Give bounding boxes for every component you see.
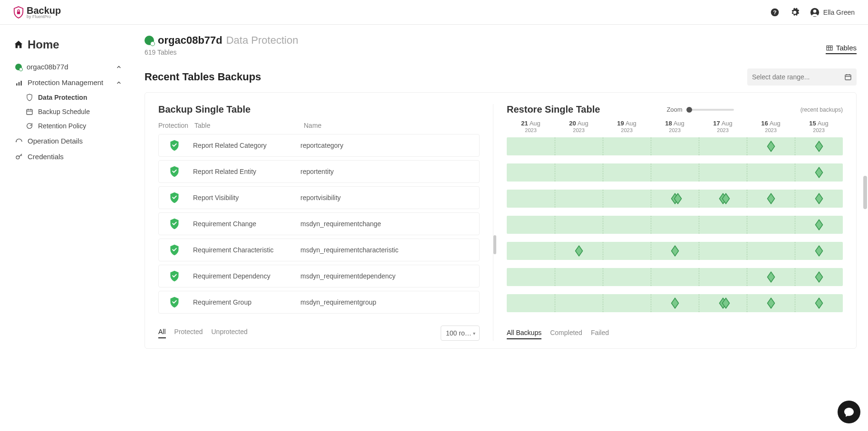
shield-lock-icon [13, 6, 24, 19]
calendar-icon [844, 73, 852, 81]
backup-marker-icon[interactable] [766, 192, 776, 205]
backup-marker-icon[interactable] [814, 166, 824, 179]
backup-marker-icon[interactable] [721, 297, 731, 309]
timeline-day: 18 Aug2023 [651, 120, 699, 134]
table-row[interactable]: Requirement Characteristic msdyn_require… [158, 239, 480, 261]
backup-marker-icon[interactable] [721, 192, 731, 205]
backup-marker-icon[interactable] [766, 271, 776, 283]
shield-icon [26, 94, 33, 101]
gauge-icon [15, 137, 23, 145]
date-range-input[interactable] [747, 68, 857, 86]
table-row[interactable]: Requirement Change msdyn_requirementchan… [158, 212, 480, 235]
backups-card: Backup Single Table Protection Table Nam… [145, 92, 857, 349]
backup-marker-icon[interactable] [673, 192, 683, 205]
table-header: Protection Table Name [158, 119, 480, 134]
backup-marker-icon[interactable] [766, 140, 776, 153]
filter-all[interactable]: All [158, 328, 166, 338]
timeline-day: 17 Aug2023 [699, 120, 747, 134]
help-icon[interactable] [770, 8, 780, 17]
filter-unprotected[interactable]: Unprotected [212, 328, 248, 338]
chevron-up-icon [116, 64, 122, 70]
resize-handle[interactable] [493, 235, 496, 254]
backup-marker-icon[interactable] [766, 297, 776, 309]
table-row[interactable]: Report Visibility reportvisibility [158, 186, 480, 209]
filter-failed[interactable]: Failed [591, 329, 609, 339]
row-name-label: reportcategory [300, 142, 343, 149]
backup-marker-icon[interactable] [574, 245, 584, 257]
sidebar-item-backup-schedule[interactable]: Backup Schedule [24, 105, 124, 119]
timeline-row[interactable] [507, 163, 843, 182]
sidebar-org[interactable]: orgac08b77d [13, 59, 124, 75]
shield-check-icon [169, 140, 180, 151]
sidebar-home[interactable]: Home [13, 38, 124, 51]
page-subtitle: 619 Tables [145, 48, 298, 56]
row-table-label: Report Visibility [193, 194, 300, 201]
table-icon [826, 44, 833, 52]
restore-panel-title: Restore Single Table [507, 104, 600, 115]
shield-check-icon [169, 244, 180, 256]
backup-marker-icon[interactable] [814, 297, 824, 309]
timeline-row[interactable] [507, 137, 843, 155]
row-name-label: msdyn_requirementgroup [300, 298, 376, 306]
sidebar-credentials[interactable]: Credentials [13, 149, 124, 164]
breadcrumb: orgac08b77d Data Protection [145, 34, 298, 47]
row-name-label: reportentity [300, 168, 334, 175]
filter-completed[interactable]: Completed [550, 329, 582, 339]
zoom-slider[interactable] [686, 109, 734, 111]
date-range-field[interactable] [752, 73, 844, 81]
filter-protected[interactable]: Protected [174, 328, 203, 338]
row-table-label: Report Related Entity [193, 168, 300, 175]
shield-check-icon [169, 166, 180, 177]
table-row[interactable]: Report Related Category reportcategory [158, 134, 480, 157]
timeline-row[interactable] [507, 190, 843, 208]
shield-check-icon [169, 297, 180, 308]
zoom-control: Zoom [666, 106, 733, 113]
org-status-icon [145, 36, 154, 45]
filter-all-backups[interactable]: All Backups [507, 329, 541, 339]
timeline-row[interactable] [507, 268, 843, 286]
shield-check-icon [169, 270, 180, 282]
table-row[interactable]: Requirement Group msdyn_requirementgroup [158, 291, 480, 314]
top-bar: Backup by FluentPro Ella Green [0, 0, 868, 25]
backup-marker-icon[interactable] [814, 192, 824, 205]
shield-check-icon [169, 192, 180, 203]
backup-marker-icon[interactable] [814, 271, 824, 283]
bars-icon [15, 79, 23, 86]
gear-icon[interactable] [790, 8, 800, 17]
scrollbar-thumb[interactable] [863, 176, 867, 209]
timeline-row[interactable] [507, 216, 843, 234]
row-name-label: reportvisibility [300, 194, 341, 201]
timeline-row[interactable] [507, 242, 843, 260]
backup-marker-icon[interactable] [670, 297, 680, 309]
sidebar-item-retention-policy[interactable]: Retention Policy [24, 119, 124, 133]
row-name-label: msdyn_requirementchange [300, 220, 381, 228]
row-table-label: Report Related Category [193, 142, 300, 149]
logo[interactable]: Backup by FluentPro [13, 5, 61, 19]
section-title: Recent Tables Backups [145, 71, 261, 83]
chat-button[interactable] [838, 401, 860, 423]
backup-marker-icon[interactable] [670, 245, 680, 257]
recent-label: (recent backups) [800, 106, 843, 113]
home-icon [13, 39, 24, 50]
sidebar-item-data-protection[interactable]: Data Protection [24, 90, 124, 105]
backup-marker-icon[interactable] [814, 140, 824, 153]
key-icon [15, 153, 23, 161]
timeline-day: 20 Aug2023 [555, 120, 603, 134]
timeline-row[interactable] [507, 294, 843, 312]
backup-marker-icon[interactable] [814, 219, 824, 231]
timeline-day: 21 Aug2023 [507, 120, 555, 134]
tab-tables[interactable]: Tables [826, 44, 857, 54]
sidebar-protection-mgmt[interactable]: Protection Management [13, 75, 124, 90]
row-table-label: Requirement Group [193, 298, 300, 306]
table-row[interactable]: Requirement Dependency msdyn_requirement… [158, 265, 480, 287]
rows-per-page-dropdown[interactable]: 100 ro… [441, 326, 480, 341]
refresh-icon [26, 122, 33, 130]
user-menu[interactable]: Ella Green [810, 8, 855, 17]
user-icon [810, 8, 820, 17]
table-row[interactable]: Report Related Entity reportentity [158, 160, 480, 183]
main-content: orgac08b77d Data Protection 619 Tables T… [133, 25, 868, 431]
sidebar-operation-details[interactable]: Operation Details [13, 133, 124, 149]
backup-panel: Backup Single Table Protection Table Nam… [145, 104, 493, 341]
shield-check-icon [169, 218, 180, 230]
backup-marker-icon[interactable] [814, 245, 824, 257]
